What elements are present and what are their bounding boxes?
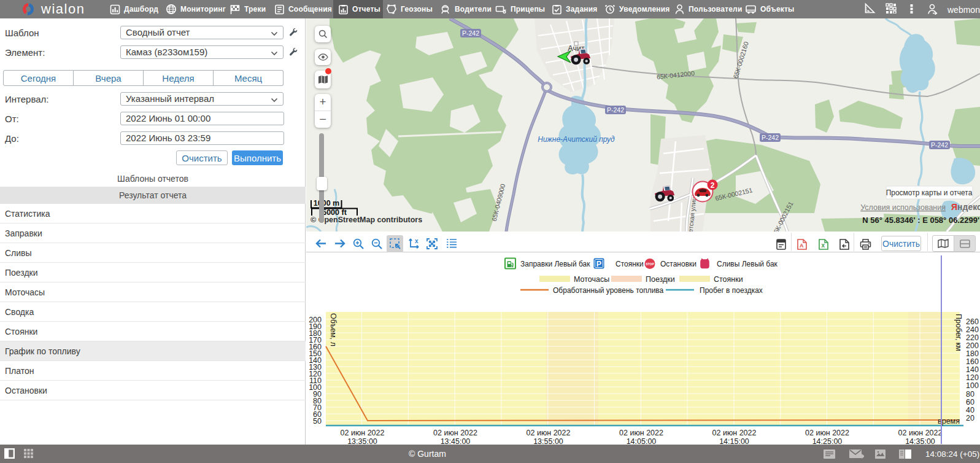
svg-text:Моточасы: Моточасы: [574, 275, 609, 284]
svg-text:40: 40: [966, 406, 974, 414]
svg-text:220: 220: [966, 333, 979, 342]
svg-text:Остановки: Остановки: [660, 260, 696, 268]
svg-text:Сливы Левый бак: Сливы Левый бак: [717, 260, 778, 268]
svg-text:Яндекс: Яндекс: [951, 202, 980, 212]
svg-text:Обработанный уровень топлива: Обработанный уровень топлива: [553, 286, 664, 295]
svg-text:13:55:00: 13:55:00: [533, 437, 563, 445]
svg-text:A: A: [800, 243, 804, 249]
svg-text:Нижне-Ачитский пруд: Нижне-Ачитский пруд: [538, 135, 615, 144]
svg-text:P: P: [596, 260, 601, 268]
svg-text:160: 160: [966, 357, 979, 366]
svg-text:02 июн 2022: 02 июн 2022: [619, 429, 663, 437]
svg-text:Р-242: Р-242: [931, 141, 948, 149]
svg-text:Условия использования: Условия использования: [860, 203, 946, 212]
svg-text:02 июн 2022: 02 июн 2022: [898, 429, 943, 437]
svg-text:50: 50: [313, 417, 322, 426]
svg-text:80: 80: [966, 390, 974, 399]
svg-text:02 июн 2022: 02 июн 2022: [527, 429, 571, 437]
svg-text:120: 120: [966, 373, 979, 382]
svg-text:14:05:00: 14:05:00: [627, 437, 657, 445]
svg-text:13:35:00: 13:35:00: [347, 437, 377, 445]
svg-text:Стоянки: Стоянки: [714, 275, 743, 284]
svg-text:140: 140: [966, 365, 979, 374]
svg-text:x: x: [415, 238, 419, 244]
svg-text:Пробег, км: Пробег, км: [954, 314, 963, 351]
svg-text:Стоянки: Стоянки: [615, 260, 644, 268]
svg-text:240: 240: [966, 325, 979, 334]
svg-text:14:35:00: 14:35:00: [905, 437, 935, 445]
svg-text:Р-242: Р-242: [762, 134, 779, 141]
svg-text:© OpenStreetMap contributors: © OpenStreetMap contributors: [311, 216, 422, 224]
svg-text:2: 2: [711, 181, 715, 190]
svg-text:60: 60: [966, 398, 974, 407]
svg-text:Заправки Левый бак: Заправки Левый бак: [520, 260, 590, 268]
svg-text:Р-242: Р-242: [607, 106, 624, 114]
svg-text:x: x: [822, 242, 825, 249]
svg-text:180: 180: [966, 349, 979, 358]
svg-text:STOP: STOP: [646, 262, 654, 266]
svg-text:02 июн 2022: 02 июн 2022: [433, 429, 477, 437]
svg-text:13:45:00: 13:45:00: [441, 437, 471, 445]
svg-text:20: 20: [966, 414, 974, 422]
svg-text:02 июн 2022: 02 июн 2022: [341, 429, 385, 437]
svg-text:N 56° 45.8346' : E 058° 06.229: N 56° 45.8346' : E 058° 06.2299': [862, 216, 979, 225]
svg-text:Просмотр карты и отчета: Просмотр карты и отчета: [886, 189, 973, 197]
svg-text:Поездки: Поездки: [646, 275, 675, 284]
svg-text:100: 100: [966, 381, 979, 390]
svg-text:02 июн 2022: 02 июн 2022: [712, 429, 757, 437]
svg-text:14:25:00: 14:25:00: [812, 437, 843, 445]
svg-text:Р-242: Р-242: [462, 29, 479, 37]
svg-text:200: 200: [966, 341, 979, 350]
svg-text:02 июн 2022: 02 июн 2022: [805, 429, 849, 437]
svg-text:1000 m: 1000 m: [314, 199, 339, 208]
svg-text:14:15:00: 14:15:00: [719, 437, 749, 445]
svg-text:Пробег в поездках: Пробег в поездках: [700, 286, 763, 295]
svg-text:260: 260: [966, 317, 979, 326]
svg-text:Объем, л: Объем, л: [329, 313, 338, 346]
